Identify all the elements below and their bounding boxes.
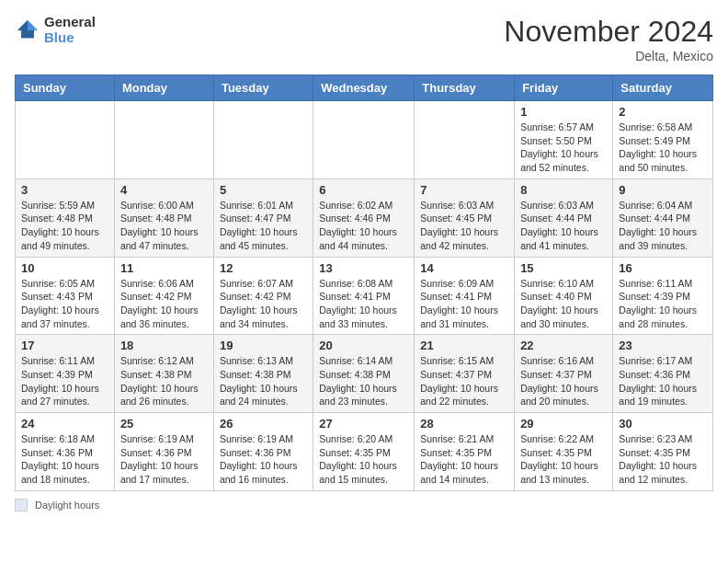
calendar-table: SundayMondayTuesdayWednesdayThursdayFrid… <box>15 75 713 491</box>
day-info: Sunrise: 6:22 AM Sunset: 4:35 PM Dayligh… <box>520 432 607 487</box>
svg-marker-0 <box>28 19 38 29</box>
day-info: Sunrise: 6:10 AM Sunset: 4:40 PM Dayligh… <box>520 277 607 331</box>
day-info: Sunrise: 6:15 AM Sunset: 4:37 PM Dayligh… <box>420 354 508 408</box>
title-section: November 2024 Delta, Mexico <box>504 15 713 63</box>
day-number: 6 <box>319 183 408 197</box>
calendar-week-row: 10Sunrise: 6:05 AM Sunset: 4:43 PM Dayli… <box>16 257 713 335</box>
calendar-cell: 29Sunrise: 6:22 AM Sunset: 4:35 PM Dayli… <box>515 413 613 491</box>
day-info: Sunrise: 6:07 AM Sunset: 4:42 PM Dayligh… <box>220 277 307 331</box>
calendar-cell: 26Sunrise: 6:19 AM Sunset: 4:36 PM Dayli… <box>213 413 313 491</box>
calendar-cell: 6Sunrise: 6:02 AM Sunset: 4:46 PM Daylig… <box>313 178 415 257</box>
day-info: Sunrise: 6:16 AM Sunset: 4:37 PM Dayligh… <box>520 354 607 408</box>
location: Delta, Mexico <box>504 49 713 63</box>
day-info: Sunrise: 5:59 AM Sunset: 4:48 PM Dayligh… <box>21 199 108 253</box>
day-info: Sunrise: 6:11 AM Sunset: 4:39 PM Dayligh… <box>21 354 108 408</box>
day-number: 5 <box>220 183 307 197</box>
day-info: Sunrise: 6:18 AM Sunset: 4:36 PM Dayligh… <box>21 432 108 487</box>
day-number: 12 <box>220 261 307 275</box>
calendar-cell: 27Sunrise: 6:20 AM Sunset: 4:35 PM Dayli… <box>313 413 415 491</box>
day-number: 26 <box>220 417 307 431</box>
day-info: Sunrise: 6:02 AM Sunset: 4:46 PM Dayligh… <box>319 199 408 253</box>
day-info: Sunrise: 6:12 AM Sunset: 4:38 PM Dayligh… <box>120 354 208 408</box>
page-header: General Blue November 2024 Delta, Mexico <box>15 15 713 63</box>
calendar-cell: 15Sunrise: 6:10 AM Sunset: 4:40 PM Dayli… <box>515 257 613 335</box>
calendar-cell <box>313 101 415 179</box>
day-info: Sunrise: 6:58 AM Sunset: 5:49 PM Dayligh… <box>619 121 707 175</box>
day-number: 30 <box>619 417 707 431</box>
calendar-cell: 18Sunrise: 6:12 AM Sunset: 4:38 PM Dayli… <box>114 335 213 413</box>
calendar-cell: 3Sunrise: 5:59 AM Sunset: 4:48 PM Daylig… <box>16 178 115 257</box>
day-number: 15 <box>520 261 607 275</box>
day-number: 7 <box>420 183 508 197</box>
calendar-cell <box>213 101 313 179</box>
day-number: 21 <box>420 339 508 352</box>
calendar-cell: 13Sunrise: 6:08 AM Sunset: 4:41 PM Dayli… <box>313 257 415 335</box>
logo: General Blue <box>15 15 96 45</box>
day-number: 22 <box>520 339 607 352</box>
day-info: Sunrise: 6:05 AM Sunset: 4:43 PM Dayligh… <box>21 277 108 331</box>
day-number: 8 <box>520 183 607 197</box>
day-info: Sunrise: 6:13 AM Sunset: 4:38 PM Dayligh… <box>220 354 307 408</box>
svg-marker-1 <box>17 19 28 29</box>
calendar-week-row: 3Sunrise: 5:59 AM Sunset: 4:48 PM Daylig… <box>16 178 713 257</box>
calendar-cell: 5Sunrise: 6:01 AM Sunset: 4:47 PM Daylig… <box>213 178 313 257</box>
day-number: 29 <box>520 417 607 431</box>
day-info: Sunrise: 6:17 AM Sunset: 4:36 PM Dayligh… <box>619 354 707 408</box>
calendar-cell <box>16 101 115 179</box>
day-info: Sunrise: 6:23 AM Sunset: 4:35 PM Dayligh… <box>619 432 707 487</box>
calendar-cell <box>114 101 213 179</box>
logo-text: General Blue <box>44 15 96 45</box>
svg-rect-2 <box>21 30 34 38</box>
calendar-cell: 24Sunrise: 6:18 AM Sunset: 4:36 PM Dayli… <box>16 413 115 491</box>
calendar-col-sunday: Sunday <box>16 75 115 101</box>
calendar-col-wednesday: Wednesday <box>313 75 415 101</box>
calendar-cell: 19Sunrise: 6:13 AM Sunset: 4:38 PM Dayli… <box>213 335 313 413</box>
calendar-col-saturday: Saturday <box>613 75 713 101</box>
day-info: Sunrise: 6:01 AM Sunset: 4:47 PM Dayligh… <box>220 199 307 253</box>
day-number: 18 <box>120 339 208 352</box>
calendar-cell: 25Sunrise: 6:19 AM Sunset: 4:36 PM Dayli… <box>114 413 213 491</box>
calendar-week-row: 24Sunrise: 6:18 AM Sunset: 4:36 PM Dayli… <box>16 413 713 491</box>
day-number: 27 <box>319 417 408 431</box>
day-number: 3 <box>21 183 108 197</box>
calendar-cell: 10Sunrise: 6:05 AM Sunset: 4:43 PM Dayli… <box>16 257 115 335</box>
day-info: Sunrise: 6:19 AM Sunset: 4:36 PM Dayligh… <box>220 432 307 487</box>
calendar-cell: 4Sunrise: 6:00 AM Sunset: 4:48 PM Daylig… <box>114 178 213 257</box>
calendar-cell: 14Sunrise: 6:09 AM Sunset: 4:41 PM Dayli… <box>415 257 515 335</box>
calendar-cell: 9Sunrise: 6:04 AM Sunset: 4:44 PM Daylig… <box>613 178 713 257</box>
calendar-cell: 22Sunrise: 6:16 AM Sunset: 4:37 PM Dayli… <box>515 335 613 413</box>
day-info: Sunrise: 6:11 AM Sunset: 4:39 PM Dayligh… <box>619 277 707 331</box>
calendar-col-friday: Friday <box>515 75 613 101</box>
day-info: Sunrise: 6:09 AM Sunset: 4:41 PM Dayligh… <box>420 277 508 331</box>
calendar-cell: 20Sunrise: 6:14 AM Sunset: 4:38 PM Dayli… <box>313 335 415 413</box>
day-number: 19 <box>220 339 307 352</box>
day-number: 14 <box>420 261 508 275</box>
calendar-footer: Daylight hours <box>15 499 713 511</box>
day-number: 2 <box>619 105 707 119</box>
calendar-col-tuesday: Tuesday <box>213 75 313 101</box>
day-number: 10 <box>21 261 108 275</box>
day-number: 11 <box>120 261 208 275</box>
logo-line2: Blue <box>44 30 96 46</box>
daylight-legend-label: Daylight hours <box>35 500 99 511</box>
calendar-cell: 1Sunrise: 6:57 AM Sunset: 5:50 PM Daylig… <box>515 101 613 179</box>
day-info: Sunrise: 6:03 AM Sunset: 4:44 PM Dayligh… <box>520 199 607 253</box>
calendar-cell: 30Sunrise: 6:23 AM Sunset: 4:35 PM Dayli… <box>613 413 713 491</box>
day-info: Sunrise: 6:57 AM Sunset: 5:50 PM Dayligh… <box>520 121 607 175</box>
day-info: Sunrise: 6:21 AM Sunset: 4:35 PM Dayligh… <box>420 432 508 487</box>
calendar-cell: 28Sunrise: 6:21 AM Sunset: 4:35 PM Dayli… <box>415 413 515 491</box>
day-number: 28 <box>420 417 508 431</box>
logo-icon <box>15 17 40 43</box>
day-number: 25 <box>120 417 208 431</box>
day-number: 16 <box>619 261 707 275</box>
calendar-cell: 23Sunrise: 6:17 AM Sunset: 4:36 PM Dayli… <box>613 335 713 413</box>
month-title: November 2024 <box>504 15 713 49</box>
logo-line1: General <box>44 15 96 30</box>
day-info: Sunrise: 6:20 AM Sunset: 4:35 PM Dayligh… <box>319 432 408 487</box>
calendar-cell: 12Sunrise: 6:07 AM Sunset: 4:42 PM Dayli… <box>213 257 313 335</box>
daylight-legend-box <box>15 499 28 511</box>
day-number: 4 <box>120 183 208 197</box>
day-info: Sunrise: 6:19 AM Sunset: 4:36 PM Dayligh… <box>120 432 208 487</box>
day-number: 17 <box>21 339 108 352</box>
calendar-cell: 2Sunrise: 6:58 AM Sunset: 5:49 PM Daylig… <box>613 101 713 179</box>
